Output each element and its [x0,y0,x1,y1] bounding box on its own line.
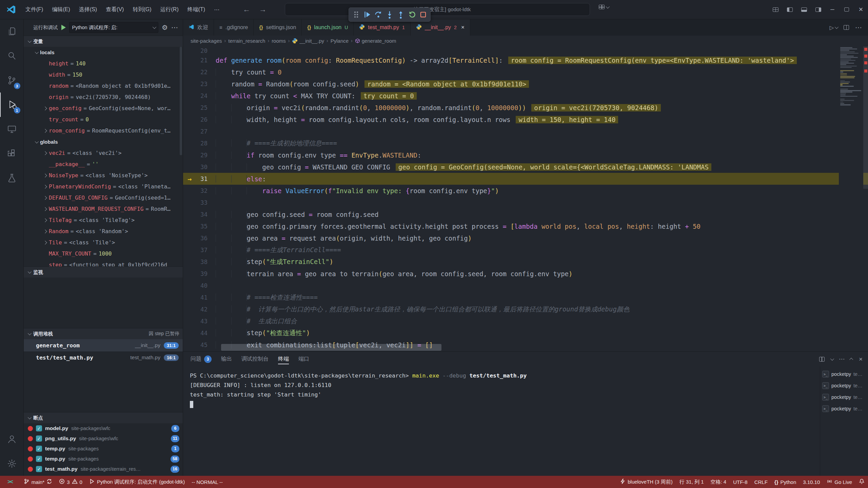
close-button[interactable]: × [854,0,868,19]
line-number[interactable]: 44 [196,330,216,337]
code-line[interactable]: 29 if room_config.env_type == EnvType.WA… [183,149,868,161]
account-icon[interactable] [0,427,24,451]
breakpoint-row[interactable]: ✓test_math.pysite-packages\terrain_res…1… [24,464,183,474]
variable-row[interactable]: Tile=<class 'Tile'> [24,237,183,248]
code-line[interactable]: →31 else: [183,173,868,185]
minimize-button[interactable]: ─ [825,0,840,19]
more-actions-icon[interactable]: ⋯ [171,23,178,32]
close-panel-button[interactable]: × [859,355,863,363]
tab-close-icon[interactable]: × [461,24,465,31]
statusbar-debug-session[interactable]: Python 调试程序: 启动文件 (godot-ldtk) [86,476,188,488]
variable-row[interactable]: WASTELAND_ROOM_REQUEST_CONFIG=RoomR… [24,203,183,215]
menu-转到G[interactable]: 转到(G) [128,0,156,19]
terminal-instance[interactable]: >_pocketpyte… [820,368,868,380]
line-number[interactable]: 23 [196,81,216,87]
line-number[interactable]: 20 [196,47,216,54]
more-editor-actions-button[interactable]: ⋯ [855,23,862,32]
code-line[interactable]: 39 terrain_area = geo_area_to_terrain(ge… [183,268,868,280]
activity-testing-icon[interactable] [0,166,24,190]
line-number[interactable]: 36 [196,235,216,242]
statusbar-cursor-position[interactable]: 行 31, 列 1 [676,476,707,488]
line-number[interactable]: 38 [196,259,216,265]
statusbar-language-mode[interactable]: {}Python [771,476,800,488]
code-line[interactable]: 40 [183,280,868,291]
line-number[interactable]: 25 [196,104,216,111]
line-number[interactable]: 27 [196,128,216,135]
activity-remote-explorer-icon[interactable] [0,117,24,141]
line-number[interactable]: 33 [196,199,216,206]
breadcrumb-item[interactable]: __init__.py [292,38,324,44]
variable-row[interactable]: DEFAULT_GEO_CONFIG=GeoConfig(seed=1… [24,192,183,203]
line-number[interactable]: 37 [196,247,216,253]
run-python-file-button[interactable]: ▷ [830,24,837,31]
vertical-scrollbar[interactable] [863,46,868,189]
code-line[interactable]: 26 width, height = room_config.layout.n_… [183,114,868,125]
variable-row[interactable]: try_count=0 [24,114,183,125]
code-line[interactable]: 27 [183,125,868,137]
line-number[interactable]: 40 [196,282,216,289]
horizontal-scrollbar[interactable] [221,344,441,351]
code-line[interactable]: 25 origin = vec2i(random.randint(0, 1000… [183,102,868,114]
code-line[interactable]: 23 random = Random(room_config.seed)rand… [183,78,868,90]
code-line[interactable]: 21def generate_room(room_config: RoomReq… [183,54,868,66]
breakpoint-checkbox[interactable]: ✓ [36,456,42,462]
terminal-instance[interactable]: >_pocketpyte… [820,380,868,391]
line-number[interactable]: 22 [196,69,216,76]
line-number[interactable]: 28 [196,140,216,147]
statusbar-python-version[interactable]: 3.10.10 [800,476,823,488]
code-line[interactable]: 30 geo_config = WASTELAND_GEO_CONFIGgeo_… [183,161,868,173]
menu-运行R[interactable]: 运行(R) [156,0,183,19]
line-number[interactable]: 41 [196,294,216,301]
code-line[interactable]: 22 try_count = 0 [183,66,868,78]
menu-查看V[interactable]: 查看(V) [101,0,128,19]
code-line[interactable]: 36 geo_area = request_area(origin, width… [183,232,868,244]
breakpoint-row[interactable]: ✓temp.pysite-packages1 [24,444,183,454]
panel-tab-调试控制台[interactable]: 调试控制台 [241,352,269,366]
panel-more-actions-button[interactable]: ⋯ [839,355,845,363]
variable-row[interactable]: MAX_TRY_COUNT=1000 [24,248,183,259]
line-number[interactable]: 21 [196,57,216,64]
variable-row[interactable]: width=150 [24,69,183,80]
breakpoint-checkbox[interactable]: ✓ [36,425,42,431]
menu-选择S[interactable]: 选择(S) [75,0,101,19]
nav-back-icon[interactable]: ← [243,5,250,14]
panel-tab-输出[interactable]: 输出 [221,352,232,366]
scope-row-globals[interactable]: globals [24,136,183,147]
watch-section-header[interactable]: 监视 [24,266,183,278]
statusbar-remote-indicator[interactable]: >< [0,476,20,488]
statusbar-go-live[interactable]: Go Live [823,476,855,488]
statusbar-git-branch[interactable]: main* [20,476,56,488]
variable-row[interactable]: room_config=RoomRequestConfig(env_t… [24,125,183,136]
menu-终端T[interactable]: 终端(T) [183,0,210,19]
callstack-frame[interactable]: test/test_math.pytest_math.py16:1 [24,351,183,364]
panel-tab-问题[interactable]: 问题3 [191,352,212,366]
line-number[interactable]: 45 [196,342,216,348]
variable-row[interactable]: geo_config=GeoConfig(seed=None, wor… [24,103,183,114]
tab-__init__.py[interactable]: __init__.py2× [411,19,470,36]
code-line[interactable]: 41 # ====检查连通性==== [183,291,868,303]
breakpoint-row[interactable]: ✓png_utils.pysite-packages\wfc11 [24,433,183,444]
line-number[interactable]: 30 [196,164,216,170]
menu-文件F[interactable]: 文件(F) [21,0,47,19]
command-center-search[interactable]: [扩展开发宿主] godot-ldtk [285,3,590,16]
breadcrumb-item[interactable]: terrain_research [228,38,265,44]
layout-sidebar-left-icon[interactable] [783,0,797,19]
breadcrumb-item[interactable]: Pylance [331,38,349,44]
breakpoint-checkbox[interactable]: ✓ [36,466,42,472]
nav-forward-icon[interactable]: → [259,5,267,14]
sidebar-scrollbar[interactable] [180,47,182,155]
activity-source-control-icon[interactable]: 3 [0,68,24,93]
restore-button[interactable] [840,0,854,19]
menu-⋯[interactable]: ⋯ [210,0,224,19]
variables-section-header[interactable]: 变量 [24,36,183,47]
activity-search-icon[interactable] [0,44,24,68]
code-line[interactable]: 42 # 计算每一个出口的中心，然后使用astar生成路径，确保每一个出口组合都… [183,303,868,315]
line-number[interactable]: 34 [196,211,216,218]
variable-row[interactable]: height=140 [24,58,183,69]
tab-欢迎[interactable]: 欢迎 [183,19,214,36]
code-line[interactable]: 20 [183,46,868,54]
activity-run-debug-icon[interactable]: 1 [0,93,24,117]
line-number[interactable]: 35 [196,223,216,230]
variable-row[interactable]: Random=<class 'Random'> [24,226,183,237]
line-number[interactable]: 31 [196,176,216,182]
